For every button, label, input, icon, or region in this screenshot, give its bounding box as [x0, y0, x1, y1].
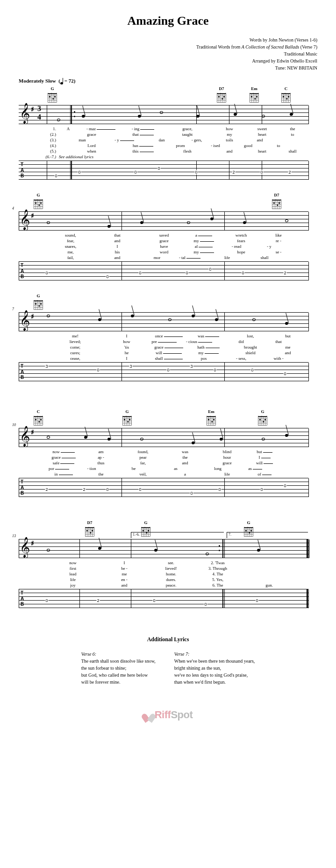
lyric-syllable: as: [241, 466, 269, 471]
tab-fret-number: 0: [166, 368, 170, 372]
lyric-syllable: long: [194, 466, 241, 471]
heart-icon: [143, 711, 154, 721]
lyric-syllable: - tal: [176, 255, 204, 260]
lyric-syllable: safe: [45, 461, 82, 465]
tab-fret-number: 0: [96, 368, 100, 372]
treble-clef-icon: 𝄞: [20, 427, 30, 445]
lyric-syllable: word: [138, 250, 190, 254]
chord-diagram: G: [47, 86, 58, 104]
note-head: [285, 434, 288, 438]
lyric-syllable: - sess,: [218, 356, 265, 361]
chord-name: G: [36, 193, 40, 197]
lyric-syllable: gun.: [241, 583, 297, 588]
note-head: [257, 549, 260, 553]
lyric-syllable: home.: [148, 572, 194, 576]
lyric-syllable: peace.: [148, 583, 194, 588]
chord-name: D7: [219, 86, 224, 91]
lyric-syllable: I: [101, 560, 148, 565]
time-signature: 34: [37, 105, 41, 121]
lyric-syllable: - ing: [124, 126, 162, 131]
tab-staff: TAB00000202: [19, 161, 308, 180]
lyric-syllable: my: [190, 238, 218, 243]
chord-diagram: G: [33, 294, 44, 311]
note-head: [168, 318, 172, 322]
note-head: [81, 115, 85, 119]
tab-fret-number: 0: [250, 368, 254, 372]
lyric-syllable: with -: [265, 356, 293, 361]
lyric-syllable: was: [190, 334, 227, 338]
lyric-syllable: grace: [59, 132, 124, 137]
tab-staff: TAB30303000: [19, 362, 308, 381]
lyric-syllable: was: [166, 449, 204, 454]
lyric-syllable: joy: [45, 583, 101, 588]
lyric-syllable: sound,: [45, 233, 96, 238]
additional-lyrics: Additional Lyrics Verse 6: The earth sha…: [19, 636, 317, 686]
tab-fret-number: 0: [45, 598, 48, 603]
lyric-syllable: por: [45, 466, 73, 471]
lyrics-block: nowIsee.2. 'Twasfirstbe -lieved!3. Throu…: [19, 560, 308, 588]
lyric-syllable: veil,: [120, 472, 166, 476]
notation-staff: 13𝄞♯1.-6.7.: [19, 539, 308, 558]
lyric-syllable: me,: [45, 250, 96, 254]
chord-name: G: [247, 520, 250, 525]
ending-bracket-1-6: 1.-6.: [131, 532, 224, 538]
tab-fret-number: 2: [283, 271, 286, 275]
lyric-syllable: flesh: [162, 149, 213, 154]
lyric-syllable: se -: [265, 250, 293, 254]
note-head: [289, 113, 293, 117]
music-system: G7𝄞♯me!Ioncewaslost,butlieved;howpre- ci…: [19, 294, 317, 381]
chord-name: G: [125, 409, 129, 414]
chord-diagram: G: [33, 193, 44, 210]
tab-fret-number: 0: [283, 483, 286, 488]
tab-fret-number: 2: [288, 170, 291, 175]
notation-staff: 4𝄞♯: [19, 211, 308, 231]
lyric-syllable: me!: [45, 334, 106, 338]
lyric-syllable: be -: [101, 566, 148, 571]
credits-block: Words by John Newton (Verses 1-6) Tradit…: [19, 36, 317, 71]
chord-diagram: Em: [249, 86, 260, 104]
lyric-syllable: this: [124, 149, 162, 154]
lyric-syllable: how: [106, 339, 148, 344]
lyric-syllable: good: [232, 143, 265, 148]
watermark-logo: RiffSpot: [19, 709, 317, 721]
lyric-syllable: grace: [138, 238, 190, 243]
lyric-syllable: in: [45, 472, 82, 476]
lyric-syllable: hope: [218, 250, 265, 254]
music-system: CGEmG10𝄞♯nowamfound,wasblindbutgraceap -…: [19, 409, 317, 497]
chord-diagram: D7: [216, 86, 227, 104]
lyric-syllable: but: [250, 449, 279, 454]
note-head: [261, 438, 265, 441]
credit-line: Arranged by Edwin Othello Excell: [19, 57, 317, 64]
lyric-syllable: 'tis: [106, 345, 148, 350]
lyric-syllable: will: [250, 461, 279, 465]
lyric-syllable: my: [213, 132, 246, 137]
lyric-syllable: when: [59, 149, 124, 154]
note-head: [154, 549, 157, 553]
lyric-syllable: lead: [45, 572, 101, 576]
measure-number: 13: [12, 534, 16, 538]
chord-name: C: [37, 409, 40, 414]
lyric-syllable: 3. Through: [194, 566, 241, 571]
note-head: [205, 553, 209, 556]
tempo-marking: Moderately Slow ( = 72): [19, 78, 317, 84]
chord-diagram: Em: [206, 409, 217, 427]
tab-fret-number: 0: [185, 271, 188, 275]
lyric-syllable: my: [190, 250, 218, 254]
lyric-syllable: I: [106, 334, 148, 338]
note-head: [98, 547, 101, 551]
tab-clef-icon: TAB: [21, 590, 24, 607]
measure-number: 10: [12, 423, 16, 427]
tab-fret-number: 0: [213, 368, 216, 372]
lyric-syllable: 4. The: [194, 572, 241, 576]
tab-fret-number: 0: [241, 271, 244, 275]
lyric-syllable: fear,: [45, 238, 96, 243]
lyric-syllable: dan: [143, 138, 180, 142]
note-head: [285, 322, 288, 326]
lyric-syllable: - y: [106, 138, 143, 142]
song-title: Amazing Grace: [19, 14, 317, 28]
note-head: [285, 219, 288, 223]
lyric-syllable: heart: [246, 149, 279, 154]
lyric-syllable: am: [82, 449, 120, 454]
lyric-syllable: come;: [45, 345, 106, 350]
lyric-syllable: found,: [120, 449, 166, 454]
